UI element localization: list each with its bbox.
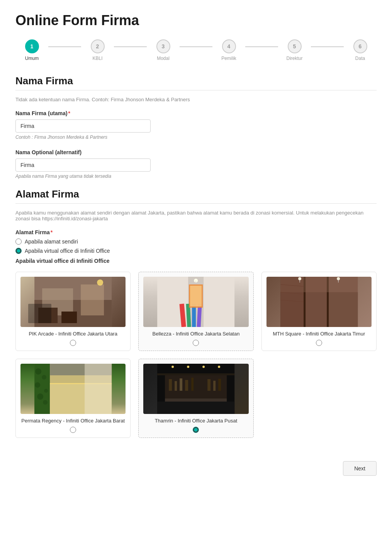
svg-rect-60: [157, 402, 234, 414]
step-connector-1-2: [48, 46, 81, 47]
radio-sendiri[interactable]: [15, 238, 22, 245]
office-radio-mth[interactable]: [316, 340, 322, 346]
svg-rect-53: [175, 381, 177, 391]
radio-virtual-label: Apabila virtual office di Infiniti Offic…: [25, 248, 110, 254]
office-radio-bellezza[interactable]: [193, 340, 199, 346]
step-label-1: Umum: [25, 56, 39, 61]
office-cards-grid-row2: Permata Regency - Infiniti Office Jakart…: [15, 359, 377, 438]
svg-rect-22: [329, 277, 358, 327]
step-circle-3: 3: [156, 39, 170, 53]
nama-utama-label: Nama Firma (utama)*: [15, 110, 377, 116]
step-connector-2-3: [114, 46, 147, 47]
svg-rect-3: [81, 284, 104, 315]
step-6[interactable]: 6 Data: [344, 39, 377, 61]
svg-rect-5: [61, 312, 77, 323]
step-connector-4-5: [245, 46, 278, 47]
svg-rect-54: [180, 378, 182, 391]
office-card-mth[interactable]: MTH Square - Infiniti Office Jakarta Tim…: [261, 272, 377, 351]
radio-virtual[interactable]: [15, 248, 22, 254]
office-radio-permata[interactable]: [70, 427, 76, 433]
step-4[interactable]: 4 Pemilik: [212, 39, 245, 61]
office-name-bellezza: Bellezza - Infiniti Office Jakarta Selat…: [153, 331, 240, 337]
office-card-pik[interactable]: PIK Arcade - Infiniti Office Jakarta Uta…: [15, 272, 131, 351]
step-5[interactable]: 5 Direktur: [278, 39, 311, 61]
office-img-pik: [20, 277, 126, 327]
svg-point-43: [43, 400, 48, 405]
nama-utama-input[interactable]: [15, 119, 151, 133]
svg-point-41: [44, 389, 48, 393]
footer-actions: Next: [15, 453, 377, 476]
nama-firma-hint: Tidak ada ketentuan nama Firma. Contoh: …: [15, 97, 377, 102]
office-card-empty: [261, 359, 377, 438]
office-radio-thamrin[interactable]: [193, 427, 199, 433]
svg-point-48: [202, 366, 205, 368]
office-card-bellezza[interactable]: Bellezza - Infiniti Office Jakarta Selat…: [138, 272, 253, 351]
svg-point-49: [218, 366, 220, 368]
radio-option-sendiri[interactable]: Apabila alamat sendiri: [15, 238, 377, 245]
svg-point-46: [171, 366, 174, 368]
office-img-thamrin: [143, 364, 248, 414]
svg-rect-4: [38, 308, 58, 323]
alamat-firma-hint: Apabila kamu menggunakan alamat sendiri …: [15, 210, 377, 221]
step-circle-6: 6: [353, 39, 367, 53]
nama-optional-hint: Apabila nama Firma yang utama tidak ters…: [15, 174, 377, 179]
step-label-3: Modal: [157, 56, 170, 61]
step-1[interactable]: 1 Umum: [15, 39, 48, 61]
page-title: Online Form Firma: [15, 12, 377, 29]
nama-firma-divider: [15, 90, 377, 90]
svg-rect-57: [207, 379, 210, 391]
office-radio-pik[interactable]: [70, 340, 76, 346]
svg-rect-20: [280, 277, 304, 327]
svg-rect-55: [185, 380, 188, 391]
alamat-radio-group: Apabila alamat sendiri Apabila virtual o…: [15, 238, 377, 254]
step-connector-5-6: [311, 46, 344, 47]
nama-utama-field-hint: Contoh : Firma Jhonson Merdeka & Partner…: [15, 135, 377, 140]
step-2[interactable]: 2 KBLI: [81, 39, 114, 61]
office-name-mth: MTH Square - Infiniti Office Jakarta Tim…: [273, 331, 365, 337]
svg-point-6: [97, 279, 103, 286]
svg-rect-61: [157, 373, 234, 375]
office-cards-grid: PIK Arcade - Infiniti Office Jakarta Uta…: [15, 272, 377, 351]
svg-point-42: [37, 393, 43, 400]
svg-point-47: [187, 366, 189, 368]
office-img-mth: [266, 277, 372, 327]
svg-rect-37: [85, 364, 112, 414]
alamat-firma-divider: [15, 203, 377, 204]
office-card-thamrin[interactable]: Thamrin - Infiniti Office Jakarta Pusat: [138, 359, 253, 438]
office-card-permata[interactable]: Permata Regency - Infiniti Office Jakart…: [15, 359, 131, 438]
office-name-thamrin: Thamrin - Infiniti Office Jakarta Pusat: [155, 418, 238, 424]
step-circle-5: 5: [288, 39, 302, 53]
alamat-firma-label: Alamat Firma*: [15, 229, 377, 235]
step-circle-2: 2: [91, 39, 105, 53]
svg-point-39: [42, 375, 46, 380]
office-name-permata: Permata Regency - Infiniti Office Jakart…: [21, 418, 125, 424]
svg-rect-59: [218, 379, 221, 391]
step-connector-3-4: [180, 46, 212, 47]
svg-point-38: [35, 368, 41, 375]
step-label-5: Direktur: [286, 56, 302, 61]
next-button[interactable]: Next: [343, 461, 377, 476]
svg-rect-56: [191, 378, 193, 391]
svg-rect-15: [190, 286, 202, 307]
nama-utama-group: Nama Firma (utama)* Contoh : Firma Jhons…: [15, 110, 377, 140]
alamat-firma-section-title: Alamat Firma: [15, 188, 377, 200]
nama-optional-label: Nama Optional (alternatif): [15, 149, 377, 155]
step-label-6: Data: [355, 56, 365, 61]
office-name-pik: PIK Arcade - Infiniti Office Jakarta Uta…: [29, 331, 117, 337]
svg-rect-21: [305, 277, 327, 327]
step-label-4: Pemilik: [221, 56, 236, 61]
office-img-permata: [20, 364, 126, 414]
svg-rect-52: [169, 379, 172, 391]
office-img-bellezza: [143, 277, 248, 327]
radio-sendiri-label: Apabila alamat sendiri: [25, 238, 78, 245]
step-circle-4: 4: [222, 39, 236, 53]
nama-optional-input[interactable]: [15, 158, 151, 172]
step-3[interactable]: 3 Modal: [147, 39, 180, 61]
radio-option-virtual[interactable]: Apabila virtual office di Infiniti Offic…: [15, 248, 377, 254]
svg-rect-58: [213, 381, 216, 391]
stepper: 1 Umum 2 KBLI 3 Modal 4 Pemilik 5 Direkt…: [15, 39, 377, 61]
virtual-office-section-title: Apabila virtual office di Infiniti Offic…: [15, 258, 377, 264]
svg-point-40: [35, 382, 40, 388]
svg-rect-51: [165, 398, 227, 402]
svg-rect-50: [165, 375, 227, 398]
